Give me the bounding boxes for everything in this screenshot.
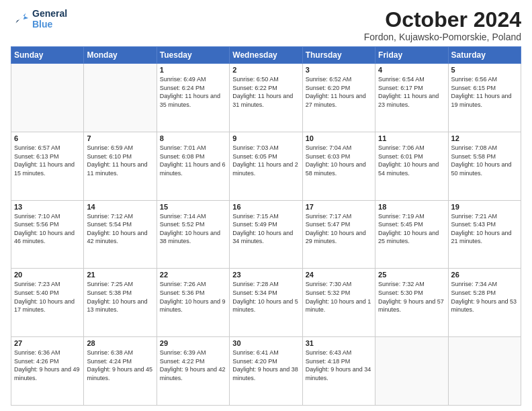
day-info: Sunrise: 7:32 AMSunset: 5:30 PMDaylight:… [378, 280, 445, 314]
calendar-cell: 1Sunrise: 6:49 AMSunset: 6:24 PMDaylight… [157, 64, 229, 132]
day-info: Sunrise: 6:57 AMSunset: 6:13 PMDaylight:… [14, 144, 81, 177]
calendar-cell [448, 337, 521, 406]
day-number: 1 [160, 66, 226, 74]
day-number: 30 [232, 339, 299, 347]
page: General Blue October 2024 Fordon, Kujaws… [0, 0, 532, 411]
svg-marker-0 [15, 13, 28, 24]
calendar-cell: 4Sunrise: 6:54 AMSunset: 6:17 PMDaylight… [375, 64, 448, 132]
calendar-cell: 18Sunrise: 7:19 AMSunset: 5:45 PMDayligh… [375, 200, 448, 269]
day-info: Sunrise: 6:52 AMSunset: 6:20 PMDaylight:… [306, 75, 372, 109]
day-number: 18 [378, 203, 445, 211]
calendar-cell: 28Sunrise: 6:38 AMSunset: 4:24 PMDayligh… [84, 337, 157, 406]
calendar-cell [11, 64, 84, 132]
day-number: 17 [306, 203, 372, 211]
day-info: Sunrise: 6:43 AMSunset: 4:18 PMDaylight:… [306, 349, 372, 382]
day-number: 31 [306, 339, 372, 347]
calendar-cell: 29Sunrise: 6:39 AMSunset: 4:22 PMDayligh… [157, 337, 229, 406]
day-info: Sunrise: 7:26 AMSunset: 5:36 PMDaylight:… [160, 280, 226, 314]
calendar-week-4: 20Sunrise: 7:23 AMSunset: 5:40 PMDayligh… [11, 269, 521, 337]
calendar-table: SundayMondayTuesdayWednesdayThursdayFrid… [11, 46, 521, 406]
calendar-cell: 21Sunrise: 7:25 AMSunset: 5:38 PMDayligh… [84, 269, 157, 337]
calendar-cell: 31Sunrise: 6:43 AMSunset: 4:18 PMDayligh… [302, 337, 375, 406]
calendar-cell: 19Sunrise: 7:21 AMSunset: 5:43 PMDayligh… [448, 200, 521, 269]
day-info: Sunrise: 7:03 AMSunset: 6:05 PMDaylight:… [232, 144, 299, 177]
calendar-cell: 12Sunrise: 7:08 AMSunset: 5:58 PMDayligh… [448, 132, 521, 200]
logo-text: General Blue [32, 8, 67, 30]
month-title: October 2024 [364, 8, 521, 32]
day-info: Sunrise: 7:25 AMSunset: 5:38 PMDaylight:… [87, 280, 153, 314]
calendar-cell: 22Sunrise: 7:26 AMSunset: 5:36 PMDayligh… [157, 269, 229, 337]
calendar-cell: 26Sunrise: 7:34 AMSunset: 5:28 PMDayligh… [448, 269, 521, 337]
day-number: 29 [160, 339, 226, 347]
calendar-cell: 17Sunrise: 7:17 AMSunset: 5:47 PMDayligh… [302, 200, 375, 269]
day-number: 13 [14, 203, 81, 211]
calendar-header-row: SundayMondayTuesdayWednesdayThursdayFrid… [11, 47, 521, 64]
calendar-cell: 15Sunrise: 7:14 AMSunset: 5:52 PMDayligh… [157, 200, 229, 269]
calendar-week-2: 6Sunrise: 6:57 AMSunset: 6:13 PMDaylight… [11, 132, 521, 200]
calendar-week-1: 1Sunrise: 6:49 AMSunset: 6:24 PMDaylight… [11, 64, 521, 132]
calendar-cell: 27Sunrise: 6:36 AMSunset: 4:26 PMDayligh… [11, 337, 84, 406]
day-number: 16 [232, 203, 299, 211]
day-info: Sunrise: 7:10 AMSunset: 5:56 PMDaylight:… [14, 212, 81, 246]
day-number: 20 [14, 271, 81, 279]
calendar-header-friday: Friday [375, 47, 448, 64]
calendar-cell: 2Sunrise: 6:50 AMSunset: 6:22 PMDaylight… [230, 64, 302, 132]
day-number: 26 [451, 271, 518, 279]
day-info: Sunrise: 7:08 AMSunset: 5:58 PMDaylight:… [451, 144, 518, 177]
calendar-header-monday: Monday [84, 47, 157, 64]
day-info: Sunrise: 7:21 AMSunset: 5:43 PMDaylight:… [451, 212, 518, 246]
day-number: 25 [378, 271, 445, 279]
day-number: 14 [87, 203, 153, 211]
day-info: Sunrise: 7:23 AMSunset: 5:40 PMDaylight:… [14, 280, 81, 314]
day-number: 12 [451, 134, 518, 142]
day-number: 28 [87, 339, 153, 347]
day-info: Sunrise: 6:59 AMSunset: 6:10 PMDaylight:… [87, 144, 153, 177]
calendar-cell: 25Sunrise: 7:32 AMSunset: 5:30 PMDayligh… [375, 269, 448, 337]
day-info: Sunrise: 6:38 AMSunset: 4:24 PMDaylight:… [87, 349, 153, 382]
day-number: 3 [306, 66, 372, 74]
calendar-cell: 3Sunrise: 6:52 AMSunset: 6:20 PMDaylight… [302, 64, 375, 132]
calendar-cell: 5Sunrise: 6:56 AMSunset: 6:15 PMDaylight… [448, 64, 521, 132]
location: Fordon, Kujawsko-Pomorskie, Poland [364, 32, 521, 42]
calendar-cell: 23Sunrise: 7:28 AMSunset: 5:34 PMDayligh… [230, 269, 302, 337]
day-number: 19 [451, 203, 518, 211]
day-info: Sunrise: 7:01 AMSunset: 6:08 PMDaylight:… [160, 144, 226, 177]
day-number: 11 [378, 134, 445, 142]
calendar-cell: 14Sunrise: 7:12 AMSunset: 5:54 PMDayligh… [84, 200, 157, 269]
day-info: Sunrise: 6:41 AMSunset: 4:20 PMDaylight:… [232, 349, 299, 382]
day-number: 10 [306, 134, 372, 142]
calendar-cell: 9Sunrise: 7:03 AMSunset: 6:05 PMDaylight… [230, 132, 302, 200]
day-number: 22 [160, 271, 226, 279]
day-info: Sunrise: 6:54 AMSunset: 6:17 PMDaylight:… [378, 75, 445, 109]
calendar-cell [84, 64, 157, 132]
title-block: October 2024 Fordon, Kujawsko-Pomorskie,… [364, 8, 521, 42]
day-number: 5 [451, 66, 518, 74]
day-info: Sunrise: 7:28 AMSunset: 5:34 PMDaylight:… [232, 280, 299, 314]
day-info: Sunrise: 7:04 AMSunset: 6:03 PMDaylight:… [306, 144, 372, 177]
calendar-cell: 8Sunrise: 7:01 AMSunset: 6:08 PMDaylight… [157, 132, 229, 200]
day-info: Sunrise: 6:49 AMSunset: 6:24 PMDaylight:… [160, 75, 226, 109]
day-info: Sunrise: 7:12 AMSunset: 5:54 PMDaylight:… [87, 212, 153, 246]
day-info: Sunrise: 6:39 AMSunset: 4:22 PMDaylight:… [160, 349, 226, 382]
calendar-cell: 11Sunrise: 7:06 AMSunset: 6:01 PMDayligh… [375, 132, 448, 200]
calendar-header-wednesday: Wednesday [230, 47, 302, 64]
day-info: Sunrise: 7:30 AMSunset: 5:32 PMDaylight:… [306, 280, 372, 314]
day-number: 24 [306, 271, 372, 279]
day-info: Sunrise: 7:06 AMSunset: 6:01 PMDaylight:… [378, 144, 445, 177]
calendar-week-5: 27Sunrise: 6:36 AMSunset: 4:26 PMDayligh… [11, 337, 521, 406]
day-info: Sunrise: 7:34 AMSunset: 5:28 PMDaylight:… [451, 280, 518, 314]
calendar-cell: 13Sunrise: 7:10 AMSunset: 5:56 PMDayligh… [11, 200, 84, 269]
day-number: 8 [160, 134, 226, 142]
logo-icon [11, 9, 30, 28]
calendar-cell: 24Sunrise: 7:30 AMSunset: 5:32 PMDayligh… [302, 269, 375, 337]
day-info: Sunrise: 7:15 AMSunset: 5:49 PMDaylight:… [232, 212, 299, 246]
svg-marker-1 [15, 19, 19, 24]
day-number: 15 [160, 203, 226, 211]
day-number: 2 [232, 66, 299, 74]
calendar-header-saturday: Saturday [448, 47, 521, 64]
day-number: 6 [14, 134, 81, 142]
calendar-header-tuesday: Tuesday [157, 47, 229, 64]
day-number: 9 [232, 134, 299, 142]
day-info: Sunrise: 6:36 AMSunset: 4:26 PMDaylight:… [14, 349, 81, 382]
calendar-cell: 30Sunrise: 6:41 AMSunset: 4:20 PMDayligh… [230, 337, 302, 406]
